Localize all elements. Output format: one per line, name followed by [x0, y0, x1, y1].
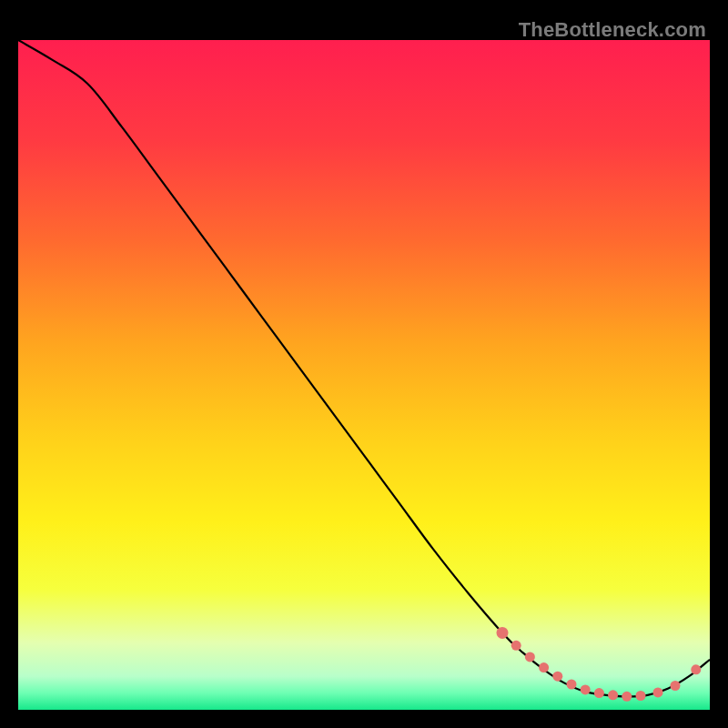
watermark-text: TheBottleneck.com	[519, 18, 706, 42]
marker-dot	[671, 681, 681, 691]
chart-canvas	[18, 18, 710, 710]
marker-dot	[653, 687, 663, 697]
marker-dot	[552, 672, 562, 682]
marker-dot	[594, 688, 604, 698]
marker-dot	[636, 691, 646, 701]
chart-frame: TheBottleneck.com	[18, 18, 710, 710]
marker-dot	[622, 692, 632, 702]
marker-dot	[497, 627, 509, 639]
marker-dot	[511, 641, 521, 651]
marker-dot	[581, 684, 591, 694]
marker-dot	[567, 680, 577, 690]
marker-dot	[525, 652, 535, 662]
marker-dot	[691, 664, 701, 674]
gradient-background	[18, 40, 710, 710]
marker-dot	[539, 662, 549, 672]
marker-dot	[608, 690, 618, 700]
